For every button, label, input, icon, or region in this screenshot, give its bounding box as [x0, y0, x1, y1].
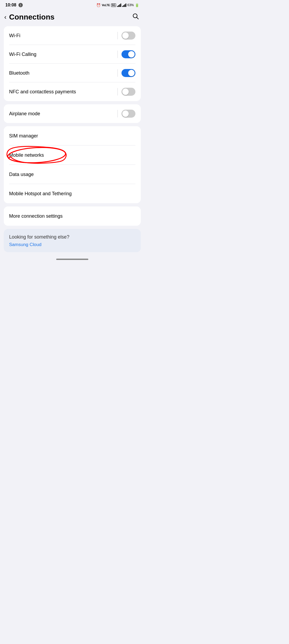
wifi-toggle[interactable] — [121, 32, 135, 40]
suggestion-card: Looking for something else? Samsung Clou… — [4, 229, 141, 252]
battery-icon: 🔋 — [135, 3, 139, 7]
signal-bars-2 — [122, 3, 126, 7]
bluetooth-toggle[interactable] — [121, 69, 135, 77]
wifi-row[interactable]: Wi-Fi — [4, 26, 141, 45]
home-indicator — [56, 259, 88, 260]
data-usage-row[interactable]: Data usage — [4, 165, 141, 184]
toggle-section: Wi-Fi Wi-Fi Calling Bluetooth NFC and co… — [4, 26, 141, 101]
svg-line-1 — [137, 17, 139, 19]
airplane-mode-row[interactable]: Airplane mode — [4, 104, 141, 123]
wifi-calling-label: Wi-Fi Calling — [9, 52, 36, 57]
divider — [117, 110, 118, 117]
data-usage-label: Data usage — [9, 172, 34, 177]
search-button[interactable] — [132, 13, 139, 21]
back-button[interactable]: ‹ — [4, 14, 6, 20]
sim-manager-row[interactable]: SIM manager — [4, 126, 141, 145]
divider — [117, 88, 118, 95]
mobile-networks-row[interactable]: Mobile networks — [4, 145, 141, 165]
wifi-calling-row[interactable]: Wi-Fi Calling — [4, 45, 141, 64]
5g-icon: 5G — [111, 3, 116, 7]
mobile-hotspot-label: Mobile Hotspot and Tethering — [9, 191, 72, 197]
samsung-cloud-link[interactable]: Samsung Cloud — [9, 242, 135, 247]
divider — [117, 32, 118, 39]
airplane-mode-label: Airplane mode — [9, 111, 40, 117]
divider — [117, 51, 118, 58]
bluetooth-row[interactable]: Bluetooth — [4, 64, 141, 82]
notification-count: 1 — [18, 3, 23, 7]
nfc-row[interactable]: NFC and contactless payments — [4, 82, 141, 101]
more-connection-settings-label: More connection settings — [9, 213, 63, 219]
airplane-mode-toggle[interactable] — [121, 110, 135, 118]
volte-icon: VoLTE — [102, 4, 110, 7]
mobile-hotspot-row[interactable]: Mobile Hotspot and Tethering — [4, 184, 141, 203]
battery-percent: 63% — [127, 3, 134, 7]
status-time: 10:08 — [5, 3, 16, 7]
signal-bars-1 — [117, 3, 121, 7]
bottom-indicator — [0, 255, 144, 262]
page-header: ‹ Connections — [0, 9, 144, 26]
status-bar: 10:08 1 ⏰ VoLTE 5G 63% 🔋 — [0, 0, 144, 9]
alarm-icon: ⏰ — [96, 3, 101, 7]
more-connection-settings-row[interactable]: More connection settings — [4, 206, 141, 226]
page-title: Connections — [9, 13, 55, 21]
sim-manager-label: SIM manager — [9, 133, 38, 139]
airplane-section: Airplane mode — [4, 104, 141, 123]
nfc-label: NFC and contactless payments — [9, 89, 76, 95]
wifi-label: Wi-Fi — [9, 33, 20, 39]
suggestion-title: Looking for something else? — [9, 234, 135, 240]
wifi-calling-toggle[interactable] — [121, 50, 135, 58]
bluetooth-label: Bluetooth — [9, 70, 29, 76]
nfc-toggle[interactable] — [121, 88, 135, 96]
list-section: SIM manager Mobile networks Data usage M… — [4, 126, 141, 203]
divider — [117, 69, 118, 77]
status-icons: ⏰ VoLTE 5G 63% 🔋 — [96, 3, 139, 7]
more-section: More connection settings — [4, 206, 141, 226]
mobile-networks-label: Mobile networks — [9, 152, 44, 158]
